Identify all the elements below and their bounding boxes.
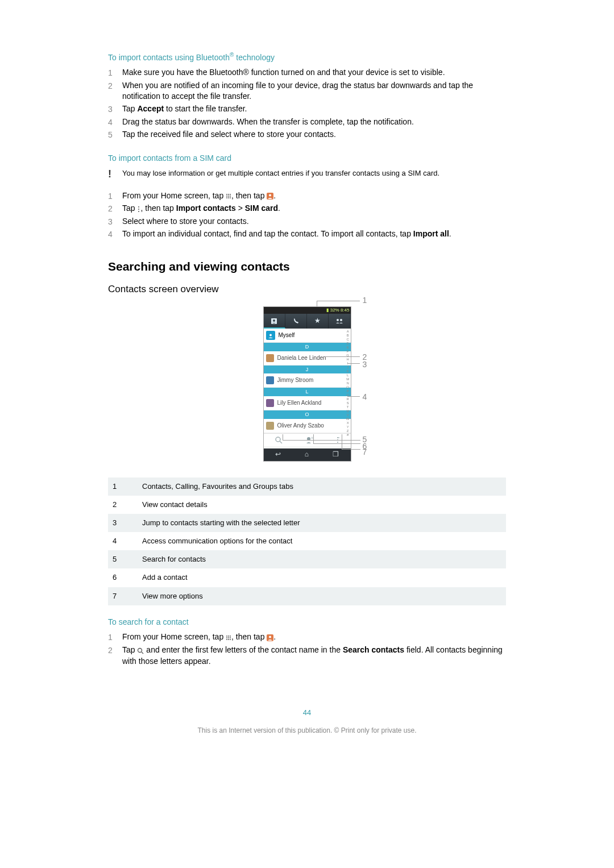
svg-point-6 [226,197,227,198]
svg-point-5 [230,196,231,197]
legend-text: View contact details [138,496,506,514]
heading-search-contact: To search for a contact [108,617,506,628]
legend-num: 4 [108,532,138,550]
status-bar: ▮ 32% 8:45 [264,307,351,314]
avatar-icon [266,331,275,340]
svg-point-3 [226,196,227,197]
table-row: 6Add a contact [108,568,506,587]
section-letter: L [264,388,351,396]
myself-label: Myself [279,331,295,339]
contact-row[interactable]: Daniela Lee Linden [264,351,351,366]
heading-searching-viewing: Searching and viewing contacts [108,258,506,275]
section-letter: J [264,366,351,374]
legend-num: 7 [108,587,138,605]
svg-point-4 [228,196,229,197]
section-letter: O [264,410,351,419]
callout-number: 3 [363,359,367,371]
contact-name: Jimmy Stroom [277,376,314,384]
step-number: 5 [108,129,122,141]
svg-point-31 [230,637,231,638]
step-text: Tap and enter the first few letters of t… [122,645,506,667]
legend-num: 2 [108,496,138,514]
svg-point-2 [230,194,231,195]
callout-number: 4 [363,392,367,403]
svg-point-33 [228,639,229,640]
legend-text: View more options [138,587,506,605]
legend-text: Access communication options for the con… [138,532,506,550]
step-number: 1 [108,67,122,79]
svg-point-28 [230,636,231,637]
contact-avatar-icon [266,376,274,384]
step-number: 4 [108,117,122,128]
svg-point-26 [226,636,227,637]
subheading-overview: Contacts screen overview [108,283,506,296]
svg-point-11 [138,206,139,207]
tab-contacts-icon[interactable] [264,314,285,329]
footer-text: This is an Internet version of this publ… [108,726,506,736]
step-number: 3 [108,216,122,228]
warning-text: You may lose information or get multiple… [122,167,506,181]
contact-avatar-icon [266,399,274,407]
legend-text: Contacts, Calling, Favourites and Groups… [138,477,506,496]
table-row: 7View more options [108,587,506,605]
legend-num: 6 [108,568,138,587]
step-text: Make sure you have the Bluetooth® functi… [122,67,506,79]
heading-import-bluetooth: To import contacts using Bluetooth® tech… [108,51,506,63]
back-icon[interactable]: ↩ [275,450,281,459]
legend-num: 5 [108,550,138,568]
tab-favourites-icon[interactable]: ★ [307,314,329,329]
search-button-icon[interactable] [275,435,283,445]
svg-point-32 [226,639,227,640]
contacts-app-icon [267,632,273,643]
callout-number: 1 [363,295,367,306]
svg-point-13 [138,211,139,212]
contact-row[interactable]: Jimmy Stroom [264,373,351,388]
heading-import-sim: To import contacts from a SIM card [108,153,506,164]
warning-note: ! You may lose information or get multip… [108,167,506,181]
svg-point-12 [138,209,139,210]
step-text: Tap the received file and select where t… [122,129,506,141]
svg-point-37 [138,648,142,652]
step-text: From your Home screen, tap , then tap . [122,632,506,643]
phone-frame: ▮ 32% 8:45 ★ Myself D Daniela Lee Linden… [263,306,351,461]
recent-icon[interactable]: ❐ [333,450,339,459]
table-row: 5Search for contacts [108,550,506,568]
table-row: 1Contacts, Calling, Favourites and Group… [108,477,506,496]
legend-num: 3 [108,514,138,532]
callout-number: 7 [363,447,367,458]
apps-grid-icon [226,190,231,202]
tab-groups-icon[interactable] [329,314,350,329]
table-row: 4Access communication options for the co… [108,532,506,550]
svg-point-15 [273,319,275,322]
table-row: 3Jump to contacts starting with the sele… [108,514,506,532]
contact-row[interactable]: Oliver Andy Szabo [264,419,351,433]
table-row: 2View contact details [108,496,506,514]
step-number: 4 [108,229,122,240]
svg-point-25 [337,442,338,443]
home-icon[interactable]: ⌂ [305,450,309,459]
svg-line-20 [280,441,282,443]
svg-point-18 [269,334,272,336]
step-number: 2 [108,645,122,667]
step-number: 2 [108,80,122,102]
svg-point-16 [337,319,339,321]
screenshot-diagram: ▮ 32% 8:45 ★ Myself D Daniela Lee Linden… [108,306,506,461]
svg-point-1 [228,194,229,195]
svg-point-30 [228,637,229,638]
svg-point-34 [230,639,231,640]
contact-avatar-icon [266,422,274,430]
svg-point-8 [230,197,231,198]
tab-phone-icon[interactable] [285,314,307,329]
phone-tabs: ★ [264,314,351,329]
step-text: Select where to store your contacts. [122,216,506,228]
svg-point-10 [269,194,271,197]
myself-row[interactable]: Myself [264,329,351,343]
az-index-bar[interactable]: A B C D E F G H I J K L M N O P Q R S T … [346,330,350,437]
legend-table: 1Contacts, Calling, Favourites and Group… [108,477,506,605]
legend-text: Add a contact [138,568,506,587]
contact-row[interactable]: Lily Ellen Ackland [264,396,351,410]
step-text: When you are notified of an incoming fil… [122,80,506,102]
svg-point-36 [269,636,271,638]
contact-name: Daniela Lee Linden [277,354,326,362]
legend-num: 1 [108,477,138,496]
